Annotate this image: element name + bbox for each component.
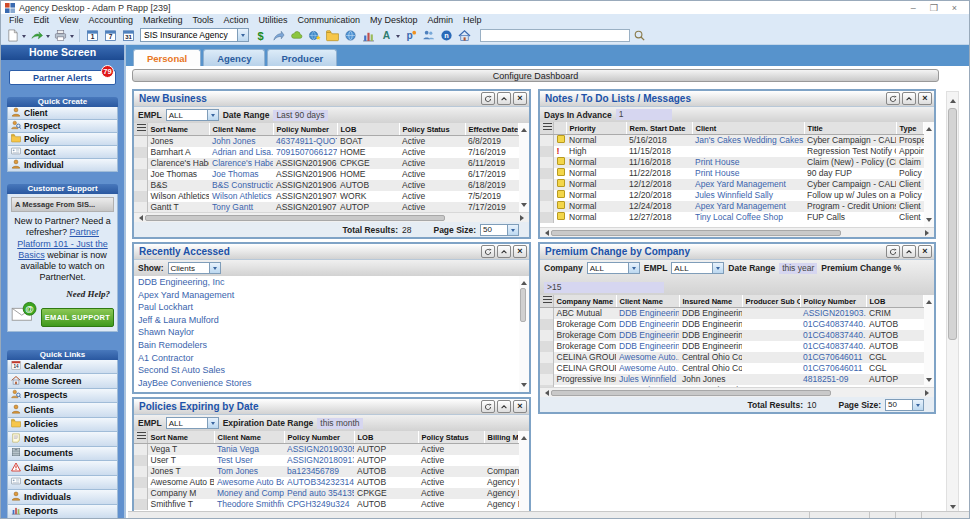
cell[interactable]: Jan's Cakes Wedding Cakes and... (692, 135, 804, 146)
menu-action[interactable]: Action (218, 15, 253, 25)
recently-accessed-item[interactable]: Second St Auto Sales (134, 364, 529, 377)
table-row[interactable]: Normal12/27/2018Tiny Local Coffee ShopFU… (540, 212, 924, 223)
table-row[interactable]: Clarence's Haber...Clarence's Haber...AS… (134, 158, 519, 169)
refresh-icon[interactable] (886, 92, 900, 105)
recently-accessed-item[interactable]: Paul Lockhart (134, 301, 529, 314)
users-icon[interactable] (420, 27, 437, 43)
column-header-lob[interactable]: LOB (337, 123, 399, 136)
table-row[interactable]: Brokerage Comp...DDB Engineerin...DDB En… (540, 341, 924, 352)
cell[interactable]: ASSIGN201903... (800, 308, 866, 319)
column-header-priority[interactable]: Priority (566, 122, 626, 135)
tab-agency[interactable]: Agency (203, 49, 265, 66)
menu-marketing[interactable]: Marketing (138, 15, 188, 25)
sidebar-item-reports[interactable]: Reports (7, 505, 118, 519)
cell[interactable]: CPGH3249u324 (284, 499, 354, 510)
horizontal-scrollbar[interactable] (134, 212, 529, 222)
table-row[interactable]: Normal12/20/2018Jules Winnfield SallyFol… (540, 190, 924, 201)
cell[interactable]: 01CG40837440... (800, 341, 866, 352)
column-header-company-name[interactable]: Company Name (553, 295, 616, 308)
cell[interactable]: AUTOB3423231435 (284, 477, 354, 488)
table-row[interactable]: Awesome Auto BodyAwesome Auto BodyAUTOB3… (134, 477, 519, 488)
minimize-button[interactable]: – (911, 3, 916, 13)
column-header-producer-sub-code[interactable]: Producer Sub Code (742, 295, 800, 308)
table-row[interactable]: Brokerage Comp...DDB Engineerin...DDB En… (540, 319, 924, 330)
horizontal-scrollbar[interactable] (540, 227, 934, 237)
maximize-button[interactable]: ❒ (930, 3, 938, 13)
column-header-type[interactable]: Type (896, 122, 924, 135)
sidebar-item-individuals[interactable]: Individuals (7, 490, 118, 505)
recently-accessed-item[interactable]: A1 Contractor (134, 352, 529, 365)
cell[interactable]: Print House (692, 157, 804, 168)
cell[interactable]: Apex Yard Management (692, 201, 804, 212)
table-row[interactable]: Vega TTania VegaASSIGN20190305...AUTOPAc… (134, 444, 519, 455)
table-row[interactable]: User TTest UserASSIGN20180913...AUTOPAct… (134, 455, 519, 466)
table-row[interactable]: !High11/15/2018Regression Test Notify Ot… (540, 146, 924, 157)
cell[interactable]: Awesome Auto... (616, 352, 679, 363)
collapse-icon[interactable] (497, 400, 511, 413)
recently-accessed-item[interactable]: JayBee Convenience Stores (134, 377, 529, 390)
quick-create-policy[interactable]: Policy (7, 133, 118, 146)
table-row[interactable]: CELINA GROUPAwesome Auto...Central Ohio … (540, 352, 924, 363)
cell[interactable]: Theodore Smithfive (214, 499, 284, 510)
quick-create-client[interactable]: Client (7, 107, 118, 120)
table-row[interactable]: Smithfive TTheodore SmithfiveCPGH3249u32… (134, 499, 519, 510)
agency-select[interactable]: SIS Insurance Agency (140, 28, 249, 42)
date-range-value[interactable]: this year (779, 263, 817, 274)
close-icon[interactable]: × (918, 92, 932, 105)
table-row[interactable]: ABC MutualDDB Engineerin...DDB Engineeri… (540, 308, 924, 319)
recently-accessed-item[interactable]: Shawn Naylor (134, 326, 529, 339)
column-header-lob[interactable]: LOB (354, 431, 418, 444)
cell[interactable]: ba123456789 (284, 466, 354, 477)
folder-icon[interactable] (324, 27, 341, 43)
column-header-client[interactable]: Client (692, 122, 804, 135)
calendar-month-icon[interactable]: 31 (120, 27, 137, 43)
recently-accessed-item[interactable]: Apex Yard Management (134, 289, 529, 302)
search-input[interactable] (480, 29, 630, 42)
sidebar-item-clients[interactable]: Clients (7, 403, 118, 418)
quick-letter-dropdown-icon[interactable] (46, 35, 50, 40)
column-header-policy-number[interactable]: Policy Number (284, 431, 354, 444)
empl-select[interactable]: ALL (671, 262, 724, 274)
vertical-scrollbar[interactable] (519, 276, 529, 392)
collapse-icon[interactable] (902, 245, 916, 258)
cell[interactable]: Pend auto 354135... (284, 488, 354, 499)
cell[interactable]: Jules Winnfield (616, 374, 679, 385)
menu-edit[interactable]: Edit (29, 15, 55, 25)
cell[interactable]: DDB Engineerin... (616, 308, 679, 319)
sidebar-item-claims[interactable]: Claims (7, 461, 118, 476)
cell[interactable]: Tony Gantt (209, 202, 273, 213)
column-header-client-name[interactable]: Client Name (214, 431, 284, 444)
table-row[interactable]: Barnhart AAdrian and Lisa...709150706612… (134, 147, 519, 158)
cell[interactable]: Wilson Athletics (209, 191, 273, 202)
menu-view[interactable]: View (54, 15, 83, 25)
collapse-icon[interactable] (497, 92, 511, 105)
cell[interactable]: Jules Winnfield Sally (692, 190, 804, 201)
table-row[interactable]: Normal12/24/2018Apex Yard ManagementProg… (540, 201, 924, 212)
globe-icon[interactable] (342, 27, 359, 43)
column-header-rem-start-date[interactable]: Rem. Start Date (626, 122, 692, 135)
cell[interactable]: Tiny Local Coffee Shop (692, 212, 804, 223)
days-in-advance-value[interactable]: 1 (616, 109, 672, 120)
column-header-effective-date[interactable]: Effective Date (465, 123, 519, 136)
table-row[interactable]: Normal12/12/2018Apex Yard ManagementCybe… (540, 179, 924, 190)
empl-select[interactable]: ALL (166, 417, 219, 429)
table-row[interactable]: Company MMoney and Comp...Pend auto 3541… (134, 488, 519, 499)
column-menu-icon[interactable] (137, 124, 146, 132)
column-header-policy-number[interactable]: Policy Number (800, 295, 866, 308)
cell[interactable]: Money and Comp... (214, 488, 284, 499)
close-icon[interactable]: × (513, 92, 527, 105)
new-document-icon[interactable] (4, 27, 21, 43)
table-row[interactable]: Normal11/16/2018Print HouseClaim (New) -… (540, 157, 924, 168)
font-dropdown-icon[interactable] (396, 35, 400, 40)
cell[interactable]: 01CD40693030 (800, 385, 866, 388)
vertical-scrollbar[interactable] (924, 122, 934, 227)
close-icon[interactable]: × (918, 245, 932, 258)
column-header-policy-status[interactable]: Policy Status (399, 123, 465, 136)
empl-select[interactable]: ALL (166, 109, 219, 121)
cell[interactable]: DDB Engineerin... (616, 330, 679, 341)
column-header-billing-met[interactable]: Billing Met (484, 431, 519, 444)
collapse-icon[interactable] (497, 245, 511, 258)
cell[interactable]: XYZ Paints (616, 385, 679, 388)
partner-alerts-button[interactable]: Partner Alerts 79 (9, 70, 116, 85)
table-row[interactable]: Jones TTom Jonesba123456789AUTOBActiveCo… (134, 466, 519, 477)
